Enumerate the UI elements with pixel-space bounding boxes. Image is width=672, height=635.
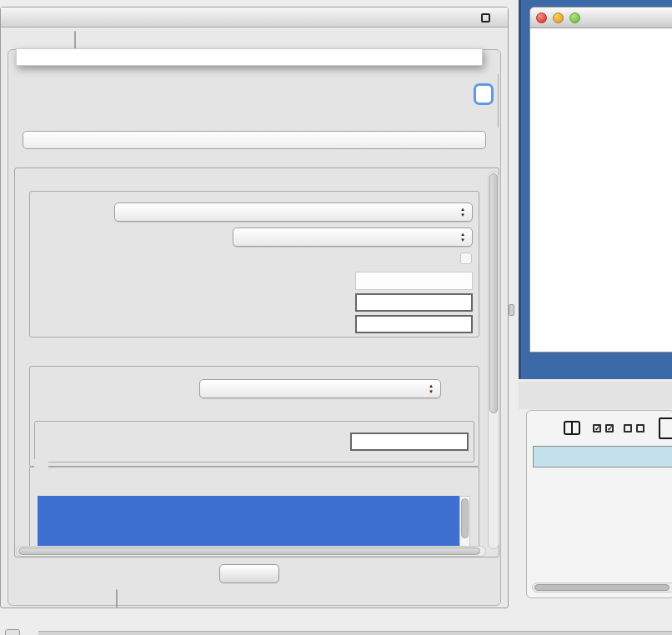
spinner-arrows-icon <box>427 383 435 395</box>
vertical-scrollbar[interactable] <box>488 171 499 549</box>
control-panel-tabs <box>74 31 76 50</box>
split-view-icon[interactable] <box>564 421 580 435</box>
bottom-tab-bar <box>116 589 118 608</box>
checked-box-icon <box>605 424 614 432</box>
algorithm-dropdown-popup <box>16 48 483 66</box>
sources-title[interactable] <box>34 459 48 472</box>
network-collection-combobox[interactable] <box>23 131 486 149</box>
scrollbar-thumb[interactable] <box>461 498 469 538</box>
control-panel-titlebar <box>1 8 508 28</box>
table-function-icon[interactable] <box>659 418 672 439</box>
dropdown-placeholder <box>17 51 482 63</box>
scrollbar-thumb[interactable] <box>534 584 669 591</box>
deselect-all-checkboxes-icon[interactable] <box>624 424 644 432</box>
network-window <box>529 7 672 352</box>
float-window-icon[interactable] <box>481 13 490 22</box>
spinner-arrows-icon <box>459 232 467 243</box>
table-panel-header <box>519 382 672 409</box>
unchecked-box-icon <box>636 424 644 432</box>
scrollbar-thumb[interactable] <box>489 173 498 413</box>
aracne-mode-combobox[interactable] <box>114 202 473 222</box>
mi-algorithm-type-combobox[interactable] <box>233 228 473 247</box>
mi-threshold-field[interactable] <box>350 432 469 451</box>
table-header-row <box>533 446 672 468</box>
zoom-traffic-light[interactable] <box>569 12 580 23</box>
kernel-width-field[interactable] <box>355 272 473 290</box>
scrollbar-thumb[interactable] <box>18 548 480 555</box>
network-canvas[interactable] <box>530 28 672 352</box>
select-all-checkboxes-icon[interactable] <box>593 424 614 432</box>
group-border-fragment <box>498 74 499 128</box>
data-attributes-list[interactable] <box>38 496 459 551</box>
checked-box-icon <box>593 424 601 432</box>
table-horizontal-scrollbar[interactable] <box>532 582 672 592</box>
spinner-arrows-icon <box>459 207 467 218</box>
minimized-panel-icon[interactable] <box>5 629 20 635</box>
minimize-traffic-light[interactable] <box>553 12 564 23</box>
application-screen <box>0 0 672 635</box>
close-traffic-light[interactable] <box>536 12 547 23</box>
dpi-tolerance-field[interactable] <box>355 293 473 312</box>
hub-definition-toggle[interactable] <box>36 343 43 356</box>
table-panel-card <box>526 410 672 598</box>
split-pane-handle[interactable] <box>509 304 514 316</box>
manual-kernel-checkbox[interactable] <box>460 252 472 264</box>
mi-steps-field[interactable] <box>355 315 473 333</box>
apply-button[interactable] <box>219 564 279 583</box>
which-threshold-combobox[interactable] <box>199 379 441 398</box>
list-scrollbar[interactable] <box>459 496 470 551</box>
horizontal-scrollbar[interactable] <box>16 546 486 557</box>
bottom-strip <box>38 631 672 635</box>
settings-scroll-area <box>15 169 487 551</box>
network-view-frame <box>519 0 672 379</box>
node-table <box>533 446 672 468</box>
unchecked-box-icon <box>624 424 632 432</box>
network-window-titlebar <box>530 8 672 28</box>
focused-combobox-fragment[interactable] <box>474 83 494 105</box>
control-panel-window <box>0 7 509 608</box>
